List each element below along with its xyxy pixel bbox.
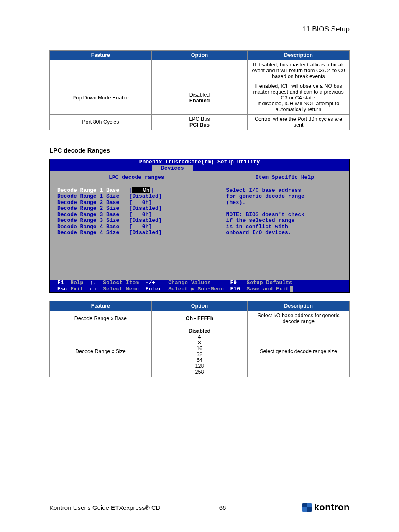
cell-option: DisabledEnabled: [151, 81, 247, 115]
cell-option: LPC BusPCI Bus: [151, 115, 247, 130]
cell-feature: Decode Range x Size: [50, 326, 152, 377]
bios-item: Decode Range 3 Base [ 0h]: [57, 212, 216, 218]
th-description: Description: [248, 301, 350, 311]
table-row: Pop Down Mode EnableDisabledEnabledIf en…: [50, 81, 350, 115]
bios-item: Decode Range 2 Base [ 0h]: [57, 200, 216, 206]
cell-option: Disabled48163264128258: [151, 326, 247, 377]
cell-option: Oh - FFFFh: [151, 311, 247, 326]
bios-item: Decode Range 4 Size [Disabled]: [57, 230, 216, 236]
bios-right-heading: Item Specific Help: [226, 175, 343, 181]
cell-option: [151, 60, 247, 81]
bios-item: Decode Range 1 Base [ 0h]: [57, 188, 216, 194]
th-description: Description: [248, 51, 350, 60]
feature-table-2: Feature Option Description Decode Range …: [49, 301, 350, 377]
bios-screenshot: Phoenix TrustedCore(tm) Setup Utility De…: [49, 159, 350, 293]
feature-table-1: Feature Option Description If disabled, …: [49, 50, 350, 130]
th-option: Option: [151, 301, 247, 311]
table-row: Decode Range x BaseOh - FFFFhSelect I/O …: [50, 311, 350, 326]
bios-item: Decode Range 3 Size [Disabled]: [57, 218, 216, 224]
bios-tabs: Devices: [50, 165, 349, 172]
cell-feature: [50, 60, 152, 81]
table-row: Port 80h CyclesLPC BusPCI BusControl whe…: [50, 115, 350, 130]
footer-left: Kontron User's Guide ETXexpress® CD: [49, 504, 161, 511]
bios-title: Phoenix TrustedCore(tm) Setup Utility: [50, 159, 349, 165]
footer-page: 66: [219, 504, 226, 511]
bios-item: Decode Range 4 Base [ 0h]: [57, 224, 216, 230]
page-footer: Kontron User's Guide ETXexpress® CD 66 k…: [49, 502, 350, 513]
cell-feature: Decode Range x Base: [50, 311, 152, 326]
th-option: Option: [151, 51, 247, 60]
bios-item: Decode Range 1 Size [Disabled]: [57, 193, 216, 200]
cell-description: Control where the Port 80h cycles are se…: [248, 115, 350, 130]
cell-description: Select generic decode range size: [248, 326, 350, 377]
th-feature: Feature: [50, 301, 152, 311]
cell-feature: Pop Down Mode Enable: [50, 81, 152, 115]
cell-description: Select I/O base address for generic deco…: [248, 311, 350, 326]
brand-name: kontron: [314, 502, 350, 513]
bios-footer: F1 Help ↑↓ Select Item -/+ Change Values…: [50, 280, 349, 292]
brand: kontron: [302, 502, 350, 513]
th-feature: Feature: [50, 51, 152, 60]
cell-feature: Port 80h Cycles: [50, 115, 152, 130]
subheading-lpc: LPC decode Ranges: [49, 147, 350, 154]
bios-item: Decode Range 2 Size [Disabled]: [57, 206, 216, 212]
bios-tab-devices: Devices: [152, 165, 193, 172]
bios-left-heading: LPC decode ranges: [57, 175, 216, 181]
cell-description: If disabled, bus master traffic is a bre…: [248, 60, 350, 81]
table-row: Decode Range x SizeDisabled4816326412825…: [50, 326, 350, 377]
bios-help-text: Select I/O base addressfor generic decod…: [226, 188, 343, 236]
table-row: If disabled, bus master traffic is a bre…: [50, 60, 350, 81]
cell-description: If enabled, ICH will observe a NO bus ma…: [248, 81, 350, 115]
brand-logo-icon: [302, 503, 312, 512]
section-title: 11 BIOS Setup: [49, 25, 350, 33]
